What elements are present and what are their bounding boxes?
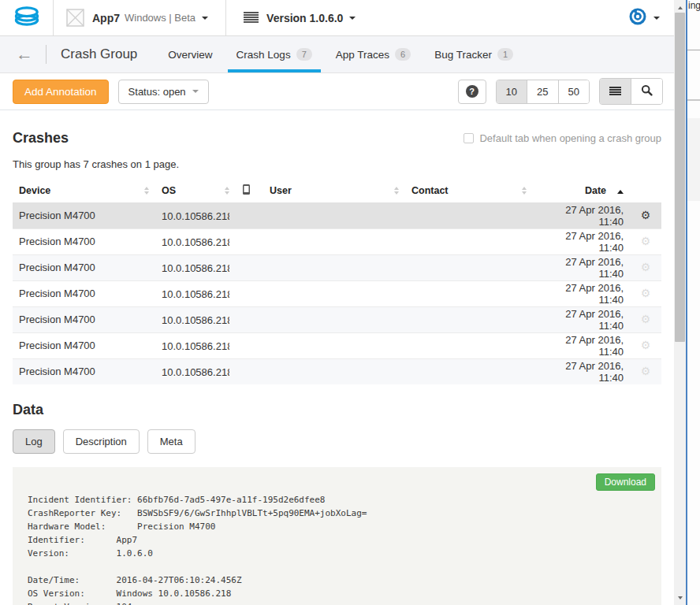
scroll-down-button[interactable] [674, 592, 686, 605]
gear-icon[interactable]: ⚙ [641, 339, 651, 351]
cell-device-type [236, 228, 263, 254]
column-header-actions [630, 179, 661, 202]
cell-date: 27 Apr 2016, 11:40 [533, 280, 630, 306]
data-tabs: Log Description Meta [13, 429, 661, 454]
cell-device-type [236, 280, 263, 306]
cell-device-type [236, 306, 263, 332]
cell-device: Precision M4700 [13, 228, 155, 254]
tab-badge: 1 [497, 48, 513, 61]
cell-device-type [236, 358, 263, 384]
page-size-10[interactable]: 10 [497, 80, 527, 103]
back-arrow-icon: ← [16, 46, 33, 63]
gear-icon[interactable]: ⚙ [641, 261, 651, 273]
hockeyapp-logo[interactable] [0, 0, 54, 35]
crash-row[interactable]: Precision M4700 10.0.10586.218 27 Apr 20… [13, 202, 661, 228]
app-selector[interactable]: App7 Windows | Beta [54, 0, 226, 35]
tab-badge: 7 [296, 48, 312, 61]
column-header-os[interactable]: OS [155, 179, 236, 202]
column-header-contact[interactable]: Contact [405, 179, 533, 202]
cell-date: 27 Apr 2016, 11:40 [533, 306, 630, 332]
app-name: App7 [92, 12, 120, 24]
chevron-down-icon [202, 17, 208, 23]
cell-date: 27 Apr 2016, 11:40 [533, 228, 630, 254]
data-tab-description[interactable]: Description [63, 429, 140, 454]
gear-icon[interactable]: ⚙ [641, 287, 651, 299]
data-tab-meta[interactable]: Meta [147, 429, 195, 454]
gear-icon[interactable]: ⚙ [641, 235, 651, 247]
column-header-device-type[interactable] [236, 179, 263, 202]
cell-device: Precision M4700 [13, 332, 155, 358]
crash-log-text: Incident Identifier: 66bfb76d-7ad5-497e-… [13, 493, 661, 605]
crash-row[interactable]: Precision M4700 10.0.10586.218 27 Apr 20… [13, 332, 661, 358]
tab-label: App Traces [336, 49, 389, 61]
tab-overview[interactable]: Overview [159, 36, 221, 72]
column-header-device[interactable]: Device [13, 179, 155, 202]
back-button[interactable]: ← [0, 36, 46, 72]
list-icon [609, 87, 621, 96]
crash-row[interactable]: Precision M4700 10.0.10586.218 27 Apr 20… [13, 254, 661, 280]
column-header-user[interactable]: User [263, 179, 405, 202]
cell-device-type [236, 254, 263, 280]
cell-os: 10.0.10586.218 [162, 210, 229, 222]
cell-user [263, 202, 405, 228]
topbar-spacer [373, 0, 628, 35]
column-label: User [270, 185, 292, 196]
column-label: Device [19, 185, 50, 196]
cell-device: Precision M4700 [13, 202, 155, 228]
gear-icon[interactable]: ⚙ [641, 365, 651, 377]
crash-row[interactable]: Precision M4700 10.0.10586.218 27 Apr 20… [13, 306, 661, 332]
gear-icon[interactable]: ⚙ [641, 209, 651, 221]
cell-os: 10.0.10586.218 [162, 262, 229, 274]
toolbar-right: ? 10 25 50 [458, 78, 663, 105]
tab-crash-logs[interactable]: Crash Logs 7 [228, 36, 321, 72]
view-mode-group [599, 78, 663, 105]
crash-row[interactable]: Precision M4700 10.0.10586.218 27 Apr 20… [13, 280, 661, 306]
cell-os: 10.0.10586.218 [162, 340, 229, 352]
crash-count-summary: This group has 7 crashes on 1 page. [13, 158, 661, 170]
tab-label: Overview [168, 49, 212, 61]
power-icon [628, 7, 647, 29]
crash-row[interactable]: Precision M4700 10.0.10586.218 27 Apr 20… [13, 228, 661, 254]
vertical-scrollbar[interactable] [674, 0, 686, 605]
crashes-heading: Crashes [13, 130, 69, 147]
default-tab-checkbox[interactable] [464, 133, 474, 143]
data-tab-log[interactable]: Log [13, 429, 55, 454]
default-tab-toggle[interactable]: Default tab when opening a crash group [464, 132, 661, 144]
cell-device: Precision M4700 [13, 254, 155, 280]
background-window-sliver: ing [686, 0, 700, 605]
download-button[interactable]: Download [596, 473, 655, 491]
column-label: OS [162, 185, 176, 196]
crash-row[interactable]: Precision M4700 10.0.10586.218 27 Apr 20… [13, 358, 661, 384]
cell-device-type [236, 332, 263, 358]
version-selector[interactable]: Version 1.0.6.0 [226, 0, 373, 35]
logo-icon [12, 5, 42, 32]
help-button[interactable]: ? [458, 80, 486, 104]
tab-bug-tracker[interactable]: Bug Tracker 1 [426, 36, 522, 72]
add-annotation-button[interactable]: Add Annotation [13, 80, 109, 104]
column-header-date[interactable]: Date [533, 179, 630, 202]
cell-contact [405, 202, 533, 228]
list-view-button[interactable] [600, 79, 631, 104]
crashes-header-row: Crashes Default tab when opening a crash… [13, 130, 661, 147]
crash-log-panel: Download Incident Identifier: 66bfb76d-7… [13, 467, 661, 605]
cell-user [263, 358, 405, 384]
gear-icon[interactable]: ⚙ [641, 313, 651, 325]
page-root: App7 Windows | Beta Version 1.0.6.0 [0, 0, 700, 605]
search-button[interactable] [631, 79, 662, 104]
status-filter-dropdown[interactable]: Status: open [118, 80, 209, 104]
cell-date: 27 Apr 2016, 11:40 [533, 332, 630, 358]
cell-contact [405, 306, 533, 332]
page-size-50[interactable]: 50 [559, 80, 589, 103]
tab-app-traces[interactable]: App Traces 6 [327, 36, 419, 72]
sliver-block [687, 118, 700, 201]
version-stack-icon [244, 12, 259, 24]
chevron-down-icon [653, 17, 660, 23]
app-placeholder-icon [66, 9, 84, 27]
account-menu[interactable] [628, 0, 674, 35]
content: Crashes Default tab when opening a crash… [0, 110, 674, 605]
cell-contact [405, 358, 533, 384]
cell-contact [405, 228, 533, 254]
page-size-25[interactable]: 25 [527, 80, 558, 103]
scroll-up-button[interactable] [674, 0, 686, 13]
scrollbar-thumb[interactable] [675, 13, 685, 342]
